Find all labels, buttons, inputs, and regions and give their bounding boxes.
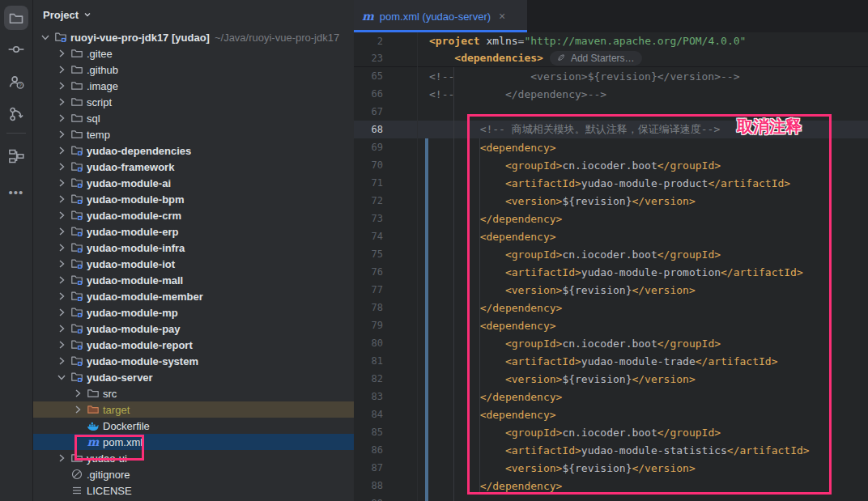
chevron-down-icon[interactable] [38,31,53,44]
tree-item-label: yudao-module-crm [87,210,181,222]
chevron-right-icon[interactable] [54,144,69,157]
tree-item-label: yudao-module-member [87,291,203,303]
code-line-72[interactable]: 72 <version>${revision}</version> [354,192,868,210]
tree-item-yudao-module-member[interactable]: yudao-module-member [33,288,354,304]
chevron-right-icon[interactable] [54,96,69,108]
code-line-70[interactable]: 70 <groupId>cn.iocoder.boot</groupId> [354,156,868,174]
code-line-75[interactable]: 75 <groupId>cn.iocoder.boot</groupId> [354,245,868,263]
tree-item-yudao-dependencies[interactable]: yudao-dependencies [33,142,354,159]
code-line-86[interactable]: 86 <artifactId>yudao-module-statistics</… [354,441,868,459]
activity-bar-branches-button[interactable] [4,102,28,126]
code-line-82[interactable]: 82 <version>${revision}</version> [354,370,868,388]
tree-item-yudao-module-report[interactable]: yudao-module-report [33,337,354,353]
tree-item-.gitee[interactable]: .gitee [33,45,354,62]
editor-tab-pom-xml[interactable]: m pom.xml (yudao-server) × [354,0,527,32]
tree-item-temp[interactable]: temp [33,126,354,142]
tree-item-sql[interactable]: sql [33,110,354,126]
chevron-right-icon[interactable] [54,322,69,335]
chevron-right-icon[interactable] [54,257,69,270]
code-line-81[interactable]: 81 <artifactId>yudao-module-trade</artif… [354,352,868,370]
code-line-74[interactable]: 74 <dependency> [354,227,868,245]
tree-item-target[interactable]: target [33,401,354,418]
tree-item-script[interactable]: script [33,94,354,110]
tree-item-.gitignore[interactable]: .gitignore [33,466,354,482]
tree-item-yudao-module-system[interactable]: yudao-module-system [33,353,354,369]
tree-item-ruoyi-vue-pro-jdk17--yudao-[interactable]: ruoyi-vue-pro-jdk17 [yudao]~/Java/ruoyi-… [33,29,354,45]
tree-item-yudao-module-ai[interactable]: yudao-module-ai [33,175,354,191]
code-line-78[interactable]: 78 </dependency> [354,299,868,316]
code-line-73[interactable]: 73 </dependency> [354,210,868,227]
tree-item-.github[interactable]: .github [33,62,354,78]
chevron-right-icon[interactable] [54,209,69,222]
chevron-right-icon[interactable] [54,79,69,92]
tree-item-yudao-module-mp[interactable]: yudao-module-mp [33,304,354,321]
code-line-71[interactable]: 71 <artifactId>yudao-module-product</art… [354,174,868,192]
tree-item-yudao-module-mall[interactable]: yudao-module-mall [33,272,354,288]
chevron-right-icon[interactable] [54,47,69,60]
code-line-87[interactable]: 87 <version>${revision}</version> [354,459,868,477]
tree-item-src[interactable]: src [33,385,354,401]
chevron-right-icon[interactable] [54,241,69,254]
chevron-right-icon[interactable] [54,176,69,189]
tree-item-label: Dockerfile [103,420,150,432]
tree-item-yudao-module-pay[interactable]: yudao-module-pay [33,321,354,337]
tree-item-yudao-module-erp[interactable]: yudao-module-erp [33,223,354,240]
code-line-83[interactable]: 83 </dependency> [354,388,868,405]
tree-item-.image[interactable]: .image [33,78,354,94]
chevron-right-icon[interactable] [54,63,69,76]
add-starters-inlay-hint[interactable]: Add Starters… [550,51,642,66]
chevron-right-icon[interactable] [54,338,69,351]
code-line-89[interactable]: 89 [354,495,868,501]
code-line-77[interactable]: 77 <version>${revision}</version> [354,281,868,299]
activity-bar-project-button[interactable] [4,6,28,30]
project-view-dropdown[interactable]: Project [33,0,354,29]
tree-item-yudao-server[interactable]: yudao-server [33,369,354,385]
chevron-right-icon[interactable] [54,193,69,206]
chevron-right-icon[interactable] [54,274,69,287]
code-line-85[interactable]: 85 <groupId>cn.iocoder.boot</groupId> [354,423,868,441]
chevron-right-icon[interactable] [54,290,69,303]
code-line-23[interactable]: 23 <dependencies>Add Starters… [354,49,868,66]
code-editor[interactable]: 2<project xmlns="http://maven.apache.org… [354,32,868,501]
chevron-down-icon[interactable] [54,371,69,384]
chevron-right-icon[interactable] [54,452,69,465]
tree-item-yudao-module-infra[interactable]: yudao-module-infra [33,240,354,256]
code-line-66[interactable]: 66<!-- </dependency>--> [354,85,868,103]
line-number: 81 [354,355,383,367]
code-line-84[interactable]: 84 <dependency> [354,405,868,423]
chevron-right-icon[interactable] [54,225,69,238]
code-line-80[interactable]: 80 <groupId>cn.iocoder.boot</groupId> [354,334,868,352]
maven-icon: m [362,11,374,22]
chevron-right-icon[interactable] [54,306,69,319]
tree-item-pom.xml[interactable]: mpom.xml [33,434,354,450]
line-number: 68 [354,124,383,135]
tree-item-label: yudao-module-ai [87,177,171,189]
code-line-76[interactable]: 76 <artifactId>yudao-module-promotion</a… [354,263,868,281]
activity-bar-structure-button[interactable] [4,144,28,168]
tree-item-yudao-framework[interactable]: yudao-framework [33,159,354,175]
code-text: <artifactId>yudao-module-statistics</art… [429,444,810,456]
tree-item-dockerfile[interactable]: Dockerfile [33,418,354,434]
tree-item-yudao-ui[interactable]: yudao-ui [33,450,354,466]
tree-item-license[interactable]: LICENSE [33,482,354,499]
tree-item-yudao-module-iot[interactable]: yudao-module-iot [33,256,354,272]
code-line-69[interactable]: 69 <dependency> [354,138,868,156]
code-line-65[interactable]: 65<!-- <version>${revision}</version>--> [354,67,868,85]
line-number: 88 [354,480,383,491]
chevron-right-icon[interactable] [70,387,85,400]
chevron-right-icon[interactable] [54,128,69,141]
activity-bar-commit-button[interactable] [4,37,28,62]
tab-close-icon[interactable]: × [499,10,505,23]
tree-item-yudao-module-bpm[interactable]: yudao-module-bpm [33,191,354,207]
code-line-79[interactable]: 79 <dependency> [354,316,868,334]
folder-icon [69,128,85,141]
chevron-right-icon[interactable] [54,160,69,173]
code-line-2[interactable]: 2<project xmlns="http://maven.apache.org… [354,32,868,49]
tree-item-yudao-module-crm[interactable]: yudao-module-crm [33,207,354,223]
activity-bar-pull-requests-button[interactable]: ? [4,70,28,94]
chevron-right-icon[interactable] [70,403,85,416]
activity-bar-more-button[interactable]: ••• [4,180,28,204]
chevron-right-icon[interactable] [54,355,69,367]
code-line-88[interactable]: 88 </dependency> [354,477,868,495]
chevron-right-icon[interactable] [54,112,69,125]
